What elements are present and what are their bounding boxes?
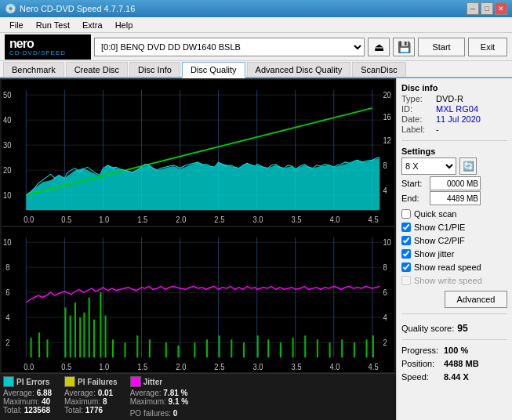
svg-rect-99 (280, 342, 281, 357)
svg-text:40: 40 (3, 114, 12, 125)
minimize-button[interactable]: ─ (467, 2, 479, 15)
menu-help[interactable]: Help (109, 19, 140, 31)
jitter-label: Jitter (143, 378, 162, 386)
svg-rect-82 (89, 297, 90, 357)
svg-text:4.0: 4.0 (330, 214, 340, 224)
pi-failures-label: PI Failures (78, 378, 118, 386)
pi-errors-max-val: 40 (42, 397, 50, 406)
svg-text:1.0: 1.0 (99, 214, 109, 224)
svg-rect-86 (112, 339, 114, 357)
svg-text:2.5: 2.5 (214, 360, 224, 371)
svg-text:6: 6 (5, 287, 9, 297)
svg-text:0.0: 0.0 (24, 360, 34, 371)
svg-rect-106 (365, 339, 367, 357)
svg-text:12: 12 (383, 135, 391, 145)
svg-rect-98 (267, 339, 269, 357)
start-input[interactable] (430, 176, 481, 190)
svg-rect-104 (341, 339, 343, 357)
menu-bar: File Run Test Extra Help (0, 17, 512, 33)
pi-errors-stats: PI Errors Average: 6.88 Maximum: 40 Tota… (3, 376, 52, 418)
advanced-button[interactable]: Advanced (445, 291, 507, 308)
svg-text:1.5: 1.5 (137, 214, 147, 224)
refresh-button[interactable]: 🔄 (459, 158, 477, 175)
svg-text:0.0: 0.0 (24, 214, 34, 224)
show-read-speed-checkbox[interactable] (401, 262, 411, 272)
tab-scan-disc[interactable]: ScanDisc (352, 62, 405, 77)
maximize-button[interactable]: □ (481, 2, 493, 15)
tab-benchmark[interactable]: Benchmark (3, 62, 64, 77)
svg-text:8: 8 (5, 262, 9, 272)
svg-rect-38 (2, 227, 394, 373)
show-c1pie-row: Show C1/PIE (401, 223, 507, 232)
svg-rect-105 (354, 342, 355, 357)
svg-rect-85 (105, 315, 107, 357)
divider-3 (401, 339, 507, 340)
svg-rect-79 (74, 302, 76, 357)
quality-score-label: Quality score: (401, 324, 454, 333)
quick-scan-checkbox[interactable] (401, 209, 411, 219)
svg-text:3.0: 3.0 (252, 360, 263, 371)
svg-rect-89 (149, 339, 151, 357)
jitter-avg-val: 7.81 % (163, 389, 187, 397)
speed-select[interactable]: 8 X (401, 158, 456, 175)
chart-top-panel: 50 40 30 20 10 20 16 12 8 4 0.0 0.5 1.0 … (2, 80, 394, 226)
save-button[interactable]: 💾 (393, 38, 415, 56)
tab-advanced-disc-quality[interactable]: Advanced Disc Quality (247, 62, 351, 77)
svg-text:50: 50 (3, 89, 12, 100)
svg-text:10: 10 (383, 237, 391, 247)
menu-run-test[interactable]: Run Test (30, 19, 76, 31)
quick-scan-row: Quick scan (401, 209, 507, 219)
menu-extra[interactable]: Extra (76, 19, 109, 31)
svg-rect-102 (317, 339, 318, 357)
svg-rect-103 (329, 342, 331, 357)
pi-failures-avg-val: 0.01 (98, 389, 113, 397)
svg-rect-87 (125, 342, 126, 357)
svg-text:1.5: 1.5 (137, 360, 147, 371)
svg-text:8: 8 (383, 262, 387, 272)
end-input[interactable] (430, 191, 481, 205)
svg-text:4: 4 (5, 312, 9, 322)
svg-text:16: 16 (383, 111, 391, 121)
show-c1pie-label: Show C1/PIE (414, 223, 465, 232)
svg-rect-93 (206, 339, 208, 357)
svg-rect-107 (372, 335, 374, 357)
svg-text:2: 2 (383, 337, 387, 347)
progress-row: Progress: 100 % (401, 346, 507, 355)
pi-errors-max-row: Maximum: 40 (3, 397, 52, 406)
jitter-color (130, 376, 141, 387)
disc-date-row: Date: 11 Jul 2020 (401, 114, 507, 124)
show-c1pie-checkbox[interactable] (401, 223, 411, 232)
svg-text:8: 8 (383, 160, 387, 170)
speed-row-prog: Speed: 8.44 X (401, 372, 507, 382)
svg-text:6: 6 (383, 287, 387, 297)
disc-label-value: - (436, 125, 439, 134)
exit-button[interactable]: Exit (468, 38, 507, 56)
speed-row: 8 X 🔄 (401, 158, 507, 175)
start-button[interactable]: Start (418, 38, 465, 56)
eject-button[interactable]: ⏏ (368, 38, 390, 56)
tab-disc-info[interactable]: Disc Info (129, 62, 180, 77)
close-button[interactable]: ✕ (495, 2, 507, 15)
tab-disc-quality[interactable]: Disc Quality (182, 62, 245, 78)
toolbar: nero CD·DVD/SPEED [0:0] BENQ DVD DD DW16… (0, 33, 512, 61)
show-jitter-checkbox[interactable] (401, 249, 411, 259)
disc-info-title: Disc info (401, 83, 507, 92)
chart-bottom-panel: 10 8 6 4 2 10 8 6 4 2 0.0 0.5 1.0 1.5 2.… (2, 227, 394, 373)
show-c2pif-checkbox[interactable] (401, 236, 411, 245)
svg-rect-77 (64, 307, 66, 357)
quality-score-row: Quality score: 95 (401, 323, 507, 334)
show-jitter-label: Show jitter (414, 249, 454, 259)
drive-select[interactable]: [0:0] BENQ DVD DD DW1640 BSLB (94, 38, 365, 56)
svg-rect-101 (304, 335, 306, 357)
title-bar-controls: ─ □ ✕ (467, 2, 507, 15)
menu-file[interactable]: File (3, 19, 30, 31)
pi-failures-max-val: 8 (103, 397, 107, 406)
show-write-speed-row: Show write speed (401, 276, 507, 285)
disc-label-row: Label: - (401, 125, 507, 134)
tab-create-disc[interactable]: Create Disc (66, 62, 128, 77)
svg-rect-75 (38, 332, 40, 357)
nero-logo: nero CD·DVD/SPEED (5, 34, 91, 60)
main-content: 50 40 30 20 10 20 16 12 8 4 0.0 0.5 1.0 … (0, 78, 512, 420)
quality-score-value: 95 (457, 323, 467, 334)
svg-rect-91 (177, 345, 179, 357)
